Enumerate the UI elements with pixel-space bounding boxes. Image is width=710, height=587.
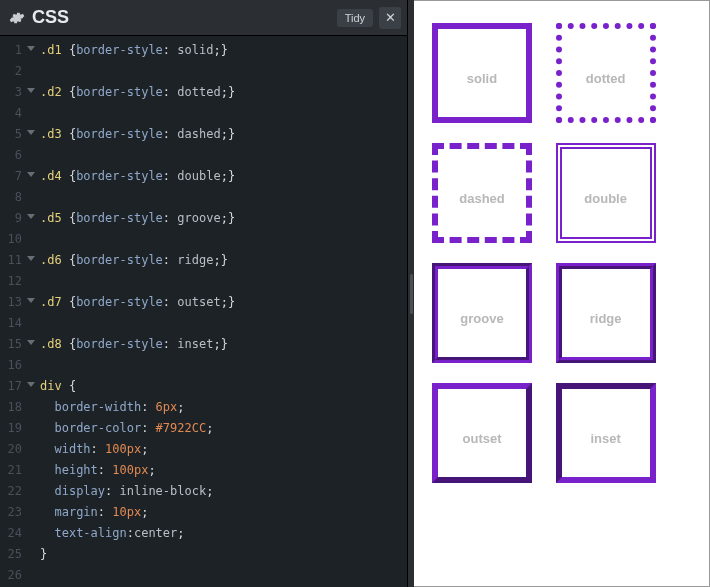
line-number: 20 [0, 439, 28, 460]
code-line[interactable]: 19 border-color: #7922CC; [0, 418, 407, 439]
code-line[interactable]: 25} [0, 544, 407, 565]
line-number: 26 [0, 565, 28, 586]
code-line[interactable]: 11.d6 {border-style: ridge;} [0, 250, 407, 271]
code-line[interactable]: 16 [0, 355, 407, 376]
code-line[interactable]: 17div { [0, 376, 407, 397]
line-number: 12 [0, 271, 28, 292]
code-line[interactable]: 21 height: 100px; [0, 460, 407, 481]
fold-icon[interactable] [27, 256, 35, 261]
code-line[interactable]: 1.d1 {border-style: solid;} [0, 40, 407, 61]
code-line[interactable]: 12 [0, 271, 407, 292]
line-number: 8 [0, 187, 28, 208]
code-content[interactable] [28, 187, 40, 208]
fold-icon[interactable] [27, 88, 35, 93]
line-number: 13 [0, 292, 28, 313]
line-number: 7 [0, 166, 28, 187]
code-content[interactable] [28, 313, 40, 334]
code-content[interactable]: text-align:center; [28, 523, 185, 544]
code-line[interactable]: 5.d3 {border-style: dashed;} [0, 124, 407, 145]
demo-box-outset: outset [432, 383, 532, 483]
tidy-button[interactable]: Tidy [337, 9, 373, 27]
demo-box-inset: inset [556, 383, 656, 483]
code-content[interactable]: .d3 {border-style: dashed;} [28, 124, 235, 145]
line-number: 17 [0, 376, 28, 397]
demo-box-dotted: dotted [556, 23, 656, 123]
line-number: 6 [0, 145, 28, 166]
code-content[interactable] [28, 565, 40, 586]
code-content[interactable]: .d1 {border-style: solid;} [28, 40, 228, 61]
line-number: 9 [0, 208, 28, 229]
code-content[interactable] [28, 103, 40, 124]
line-number: 16 [0, 355, 28, 376]
editor-pane: CSS Tidy ✕ 1.d1 {border-style: solid;}23… [0, 0, 408, 587]
code-line[interactable]: 20 width: 100px; [0, 439, 407, 460]
demo-box-dashed: dashed [432, 143, 532, 243]
fold-icon[interactable] [27, 130, 35, 135]
line-number: 18 [0, 397, 28, 418]
code-line[interactable]: 18 border-width: 6px; [0, 397, 407, 418]
line-number: 4 [0, 103, 28, 124]
line-number: 22 [0, 481, 28, 502]
preview-pane: solid dotted dashed double groove ridge … [414, 0, 710, 587]
code-content[interactable] [28, 355, 40, 376]
code-line[interactable]: 14 [0, 313, 407, 334]
panel-title: CSS [32, 7, 337, 28]
code-content[interactable]: width: 100px; [28, 439, 148, 460]
code-content[interactable]: border-color: #7922CC; [28, 418, 213, 439]
line-number: 3 [0, 82, 28, 103]
code-content[interactable] [28, 145, 40, 166]
code-content[interactable]: margin: 10px; [28, 502, 148, 523]
fold-icon[interactable] [27, 46, 35, 51]
line-number: 2 [0, 61, 28, 82]
line-number: 11 [0, 250, 28, 271]
code-editor[interactable]: 1.d1 {border-style: solid;}23.d2 {border… [0, 36, 407, 587]
code-line[interactable]: 3.d2 {border-style: dotted;} [0, 82, 407, 103]
fold-icon[interactable] [27, 172, 35, 177]
code-content[interactable]: .d7 {border-style: outset;} [28, 292, 235, 313]
line-number: 23 [0, 502, 28, 523]
code-content[interactable]: .d4 {border-style: double;} [28, 166, 235, 187]
code-content[interactable]: .d5 {border-style: groove;} [28, 208, 235, 229]
code-line[interactable]: 24 text-align:center; [0, 523, 407, 544]
line-number: 5 [0, 124, 28, 145]
demo-box-double: double [556, 143, 656, 243]
line-number: 21 [0, 460, 28, 481]
code-line[interactable]: 8 [0, 187, 407, 208]
line-number: 10 [0, 229, 28, 250]
code-line[interactable]: 15.d8 {border-style: inset;} [0, 334, 407, 355]
line-number: 24 [0, 523, 28, 544]
code-content[interactable]: display: inline-block; [28, 481, 213, 502]
code-content[interactable]: div { [28, 376, 76, 397]
code-content[interactable] [28, 61, 40, 82]
code-content[interactable]: .d8 {border-style: inset;} [28, 334, 228, 355]
code-line[interactable]: 23 margin: 10px; [0, 502, 407, 523]
demo-box-ridge: ridge [556, 263, 656, 363]
gear-icon[interactable] [8, 9, 26, 27]
code-content[interactable]: border-width: 6px; [28, 397, 185, 418]
code-line[interactable]: 10 [0, 229, 407, 250]
fold-icon[interactable] [27, 382, 35, 387]
fold-icon[interactable] [27, 298, 35, 303]
close-icon[interactable]: ✕ [379, 7, 401, 29]
code-line[interactable]: 22 display: inline-block; [0, 481, 407, 502]
code-line[interactable]: 7.d4 {border-style: double;} [0, 166, 407, 187]
code-content[interactable]: } [28, 544, 47, 565]
code-line[interactable]: 6 [0, 145, 407, 166]
line-number: 1 [0, 40, 28, 61]
code-line[interactable]: 9.d5 {border-style: groove;} [0, 208, 407, 229]
code-content[interactable] [28, 271, 40, 292]
code-line[interactable]: 26 [0, 565, 407, 586]
fold-icon[interactable] [27, 340, 35, 345]
code-content[interactable]: .d2 {border-style: dotted;} [28, 82, 235, 103]
fold-icon[interactable] [27, 214, 35, 219]
code-line[interactable]: 4 [0, 103, 407, 124]
line-number: 14 [0, 313, 28, 334]
code-content[interactable]: .d6 {border-style: ridge;} [28, 250, 228, 271]
code-line[interactable]: 2 [0, 61, 407, 82]
line-number: 15 [0, 334, 28, 355]
code-content[interactable] [28, 229, 40, 250]
code-line[interactable]: 13.d7 {border-style: outset;} [0, 292, 407, 313]
code-content[interactable]: height: 100px; [28, 460, 156, 481]
demo-box-groove: groove [432, 263, 532, 363]
panel-header: CSS Tidy ✕ [0, 0, 407, 36]
